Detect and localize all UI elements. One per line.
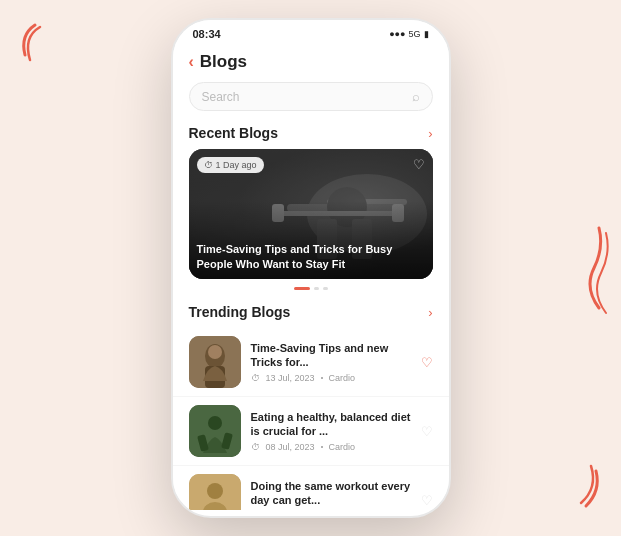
clock-icon-2: ⏱ bbox=[251, 442, 260, 452]
trending-heart-2[interactable]: ♡ bbox=[421, 424, 433, 439]
status-time: 08:34 bbox=[193, 28, 221, 40]
search-icon[interactable]: ⌕ bbox=[412, 89, 420, 104]
trending-thumb-1 bbox=[189, 336, 241, 388]
trending-heart-3[interactable]: ♡ bbox=[421, 493, 433, 508]
phone-shell: 08:34 ●●● 5G ▮ ‹ Blogs Search ⌕ Recent B… bbox=[171, 18, 451, 518]
svg-point-15 bbox=[208, 416, 222, 430]
featured-heart-icon[interactable]: ♡ bbox=[413, 157, 425, 172]
deco-right-side bbox=[564, 218, 609, 318]
dot-2 bbox=[314, 287, 319, 290]
recent-section-header: Recent Blogs › bbox=[173, 121, 449, 149]
trending-date-2: 08 Jul, 2023 bbox=[266, 442, 315, 452]
trending-title-3: Doing the same workout every day can get… bbox=[251, 479, 411, 508]
svg-point-13 bbox=[208, 345, 222, 359]
page-title: Blogs bbox=[200, 52, 247, 72]
trending-category-1: Cardio bbox=[329, 373, 356, 383]
dot-active bbox=[294, 287, 310, 290]
trending-category-2: Cardio bbox=[329, 442, 356, 452]
trending-thumb-2 bbox=[189, 405, 241, 457]
trending-meta-1: ⏱ 13 Jul, 2023 Cardio bbox=[251, 373, 411, 383]
network-label: 5G bbox=[408, 29, 420, 39]
featured-card[interactable]: ⏱ 1 Day ago ♡ Time-Saving Tips and Trick… bbox=[189, 149, 433, 279]
status-bar: 08:34 ●●● 5G ▮ bbox=[173, 20, 449, 44]
trending-item-1[interactable]: Time-Saving Tips and new Tricks for... ⏱… bbox=[173, 328, 449, 397]
recent-title: Recent Blogs bbox=[189, 125, 278, 141]
featured-title: Time-Saving Tips and Tricks for Busy Peo… bbox=[197, 242, 425, 271]
trending-info-1: Time-Saving Tips and new Tricks for... ⏱… bbox=[251, 341, 411, 384]
search-placeholder: Search bbox=[202, 90, 404, 104]
trending-title-2: Eating a healthy, balanced diet is cruci… bbox=[251, 410, 411, 439]
trending-section-header: Trending Blogs › bbox=[173, 300, 449, 328]
trending-arrow[interactable]: › bbox=[428, 305, 432, 320]
recent-arrow[interactable]: › bbox=[428, 126, 432, 141]
trending-title: Trending Blogs bbox=[189, 304, 291, 320]
status-icons: ●●● 5G ▮ bbox=[389, 29, 428, 39]
trending-meta-2: ⏱ 08 Jul, 2023 Cardio bbox=[251, 442, 411, 452]
trending-heart-1[interactable]: ♡ bbox=[421, 355, 433, 370]
dot-3 bbox=[323, 287, 328, 290]
meta-dot-2 bbox=[321, 446, 323, 448]
trending-item-2[interactable]: Eating a healthy, balanced diet is cruci… bbox=[173, 397, 449, 466]
featured-badge-text: 1 Day ago bbox=[216, 160, 257, 170]
page-header: ‹ Blogs bbox=[173, 44, 449, 78]
svg-point-19 bbox=[207, 483, 223, 499]
carousel-dots bbox=[173, 287, 449, 290]
deco-bottom-right bbox=[541, 456, 606, 521]
clock-icon-1: ⏱ bbox=[251, 373, 260, 383]
trending-item-3[interactable]: Doing the same workout every day can get… bbox=[173, 466, 449, 510]
signal-icon: ●●● bbox=[389, 29, 405, 39]
search-bar[interactable]: Search ⌕ bbox=[189, 82, 433, 111]
clock-icon: ⏱ bbox=[204, 160, 213, 170]
trending-info-3: Doing the same workout every day can get… bbox=[251, 479, 411, 510]
featured-badge: ⏱ 1 Day ago bbox=[197, 157, 264, 173]
trending-thumb-3 bbox=[189, 474, 241, 510]
screen-content[interactable]: ‹ Blogs Search ⌕ Recent Blogs › bbox=[173, 44, 449, 510]
meta-dot-1 bbox=[321, 377, 323, 379]
trending-info-2: Eating a healthy, balanced diet is cruci… bbox=[251, 410, 411, 453]
deco-top-left bbox=[15, 15, 70, 70]
battery-icon: ▮ bbox=[424, 29, 429, 39]
trending-title-1: Time-Saving Tips and new Tricks for... bbox=[251, 341, 411, 370]
back-button[interactable]: ‹ bbox=[189, 53, 194, 71]
trending-date-1: 13 Jul, 2023 bbox=[266, 373, 315, 383]
